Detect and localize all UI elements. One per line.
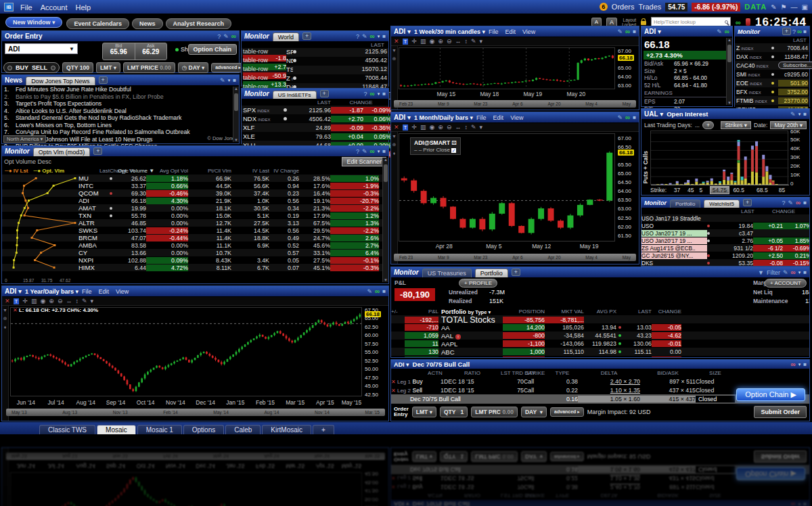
chart-tool-icon[interactable]: ◉ (430, 124, 435, 131)
table-row[interactable]: BRCM47.07-0.44%11.4K18.8K0.4924.7%2.6% (78, 234, 388, 242)
chart-tool-icon[interactable]: ▥ (31, 298, 37, 304)
window-icon[interactable]: ■ (633, 114, 636, 120)
table-row[interactable]: ZINDEX7008.44 (735, 43, 809, 52)
chart-tool-icon[interactable]: ▾ (480, 38, 483, 45)
chart-tool-icon[interactable]: ⊖ (447, 124, 452, 131)
wrench-icon[interactable]: ✎ (617, 28, 623, 35)
chart-tool-icon[interactable]: ✛ (411, 38, 417, 45)
help-icon[interactable]: ? (217, 33, 221, 40)
add-button[interactable]: + (702, 121, 714, 129)
option-chain-button[interactable]: Option Chain (188, 44, 238, 55)
news-headline[interactable]: Fed Minutes Show June Rate Hike Doubtful (16, 86, 239, 93)
table-row[interactable]: NXPI102.880.09%8.43K3.4K0.0527.5%-0.1% (78, 256, 388, 264)
chart-tool-icon[interactable]: ⊖ (58, 298, 63, 304)
chevron-down-icon[interactable]: ▾ (798, 270, 801, 275)
chart-tool-icon[interactable]: ▾ (480, 124, 483, 131)
chart-menu-view[interactable]: View (522, 28, 535, 35)
help-icon[interactable]: ? (363, 91, 367, 97)
table-row[interactable]: AMAT19.990.00%18.1K30.5K0.3421.3%-2.2% (78, 204, 388, 212)
ask-value[interactable]: 66.29 (135, 48, 167, 55)
scan-column-header[interactable]: Pt/Cll Vlm (188, 168, 231, 174)
prior-close-checkbox[interactable]: ✓ (451, 148, 456, 153)
add-tab-button[interactable]: + (782, 28, 791, 35)
link-group-icon[interactable]: ∞ (231, 32, 236, 40)
tab-dow-jones-top-news[interactable]: Dow Jones Top News (26, 76, 95, 85)
add-tab-button[interactable]: + (743, 199, 752, 206)
news-headline[interactable]: Lowe's Misses on Top, Bottom Lines (16, 122, 239, 129)
table-row[interactable]: SMIINDEXc9295.60 (735, 70, 809, 78)
add-tab-button[interactable]: + (512, 269, 520, 276)
bid-value[interactable]: 65.96 (103, 48, 135, 55)
profile-button[interactable]: + PROFILE (459, 279, 497, 288)
link-group-icon[interactable]: ∞ (791, 269, 796, 276)
chart-tool-icon[interactable]: ◉ (430, 38, 435, 45)
table-row[interactable]: table-rowSPXINDEX2125.96-1.8 (242, 48, 388, 57)
window-icon[interactable]: ■ (803, 269, 807, 275)
help-icon[interactable]: ? (356, 148, 359, 155)
news-item[interactable]: 7.ConAgra Unit to Pay Record Fine Relate… (2, 129, 239, 136)
news-item[interactable]: 1.Fed Minutes Show June Rate Hike Doubtf… (2, 86, 239, 93)
limit-price-field[interactable]: LMT PRC 0.00 (471, 407, 518, 417)
candlestick-chart[interactable] (10, 307, 362, 396)
symbol-select[interactable]: ADI▼ (5, 43, 78, 54)
table-row[interactable]: GC Jun26'15 @NY...1209.20+2.500.21% (641, 252, 809, 259)
chart-tool-icon[interactable]: ↕ (75, 298, 78, 304)
timeframe-select[interactable]: 1 Week/30 min candles ▾ (414, 28, 485, 35)
chart-scrollbar[interactable]: Feb 23Mar 9Mar 23Apr 6Apr 20May 4May (394, 100, 636, 108)
table-row[interactable]: USO19.84+0.211.07% (641, 222, 809, 229)
add-workspace-tab[interactable]: + (313, 425, 334, 434)
link-group-icon[interactable]: ∞ (625, 28, 630, 35)
symbol-select[interactable]: UAL ▾ (644, 110, 663, 118)
window-icon[interactable]: ■ (233, 77, 236, 83)
chart-tool-icon[interactable]: ▥ (420, 124, 426, 131)
table-row[interactable]: table-rowTSXINDEX15070.12-50.9 (242, 66, 388, 74)
account-button[interactable]: + ACCOUNT (765, 279, 807, 288)
limit-price-field[interactable]: LMT PRICE 0.00 (123, 62, 175, 73)
bid-ask-box[interactable]: Bid65.96 Ask66.29 (102, 43, 167, 60)
workspace-tab-kirtmosaic[interactable]: KirtMosaic (262, 425, 311, 434)
chart-tool-icon[interactable]: ✎ (471, 124, 476, 131)
table-row[interactable]: XLE79.63+0.040.05% (242, 132, 388, 141)
chart-tool-icon[interactable]: ⊕ (438, 124, 443, 131)
chart-tool-icon[interactable]: ✎ (82, 298, 87, 304)
window-icon[interactable]: ■ (803, 111, 807, 117)
chevron-down-icon[interactable]: ▾ (798, 112, 801, 117)
toolbar-button[interactable]: Event Calendars (66, 18, 129, 29)
chart-tool-icon[interactable]: ⊕ (438, 38, 443, 45)
symbol-select[interactable]: ADI ▾ (394, 361, 409, 368)
window-icon[interactable]: ■ (803, 200, 807, 206)
chart-menu-edit[interactable]: Edit (505, 28, 516, 35)
table-row[interactable]: AMBA83.580.00%11.1K6.9K0.5245.6%2.7% (78, 242, 388, 249)
tab-portfolio[interactable]: Portfolio (670, 200, 700, 208)
table-row[interactable]: -710AA14,200185,02613.9413.03-0.05 (391, 323, 809, 331)
timeframe-select[interactable]: 1 Month/Daily bars ▾ (414, 114, 473, 121)
scan-column-header[interactable]: Change % (110, 168, 118, 174)
option-chain-button[interactable]: Option Chain ▶ (736, 388, 805, 401)
filter-icon[interactable]: ▼ (758, 269, 764, 276)
chart-type-icon[interactable]: T (403, 39, 409, 45)
chart-tool-icon[interactable]: ◉ (41, 298, 46, 304)
window-icon[interactable]: ■ (803, 28, 807, 34)
link-group-icon[interactable]: ∞ (375, 288, 380, 295)
link-group-icon[interactable]: ∞ (625, 114, 630, 121)
table-row[interactable]: table-rowNDXINDEX4506.42+2.7 (242, 57, 388, 66)
chart-menu-edit[interactable]: Edit (493, 114, 504, 121)
news-item[interactable]: 5.Standard General Gets the Nod to Buy R… (2, 114, 239, 122)
link-group-icon[interactable]: ∞ (736, 18, 741, 26)
table-row[interactable]: USO Jan20'17 19 ...2.76+0.051.85% (641, 237, 809, 244)
news-item[interactable]: 2.Banks to Pay $5.6 Billion in Penalties… (2, 93, 239, 101)
scan-column-header[interactable]: Opt. Volume ▼ (118, 168, 146, 174)
order-type-select[interactable]: LMT ▾ (412, 407, 436, 417)
wrench-icon[interactable]: ✎ (220, 77, 225, 84)
table-row[interactable]: INTC33.370.66%44.5K56.6K0.9417.6%-1.9% (78, 182, 388, 189)
bid-ask[interactable]: 2.40 × 2.70 (578, 378, 640, 385)
candlestick-chart[interactable] (399, 47, 615, 89)
news-headline[interactable]: Altice Looks to U.S. After Suddenlink De… (16, 108, 239, 115)
table-row[interactable]: SWKS103.74-0.24%11.4K14.5K0.5629.5%-2.2% (78, 227, 388, 234)
window-icon[interactable]: ■ (803, 361, 807, 367)
chart-symbol-select[interactable]: ADI ▾ (394, 28, 411, 35)
chart-type-icon[interactable]: T (14, 298, 20, 304)
link-group-icon[interactable]: ∞ (370, 32, 375, 40)
tab-watchlist5[interactable]: Watchlist5 (704, 200, 740, 208)
table-row[interactable]: MU26.621.18%66.9K76.5K0.2628.5%1.0% (78, 175, 388, 182)
